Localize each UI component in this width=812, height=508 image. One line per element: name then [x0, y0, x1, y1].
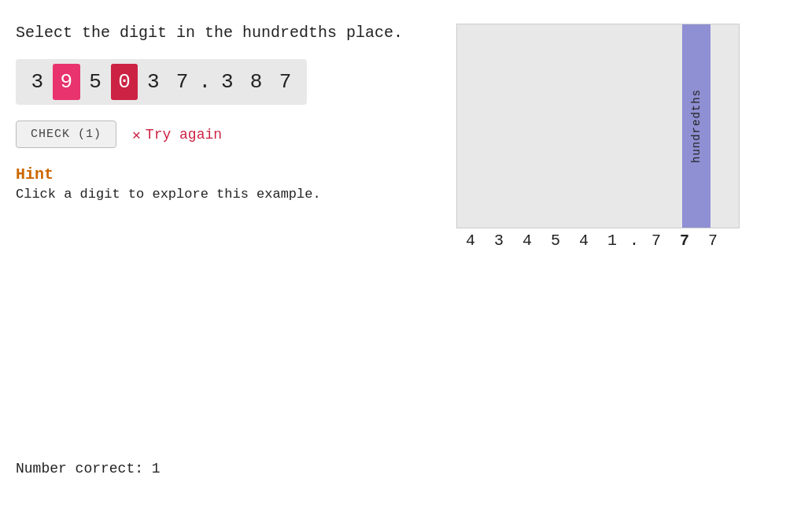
digit-cell-9[interactable]: 7: [271, 64, 299, 100]
hundredths-label: hundredths: [690, 89, 703, 163]
digit-cell-1[interactable]: 9: [53, 64, 80, 100]
check-button[interactable]: CHECK (1): [16, 121, 116, 148]
axis-cell-7: 7: [642, 232, 670, 250]
hint-label: Hint: [16, 165, 425, 184]
left-panel: Select the digit in the hundredths place…: [16, 24, 425, 250]
digit-axis-row: 434541.777: [456, 232, 740, 250]
digit-cell-8[interactable]: 8: [242, 64, 270, 100]
chart-container: hundredths: [456, 24, 740, 228]
chart-label-vertical: hundredths: [682, 24, 710, 228]
check-row: CHECK (1) ✕ Try again: [16, 121, 425, 148]
axis-cell-6: .: [626, 232, 642, 250]
digit-row: 395037.387: [16, 59, 307, 105]
hint-text: Click a digit to explore this example.: [16, 187, 425, 202]
axis-cell-3: 5: [541, 232, 570, 250]
digit-cell-2[interactable]: 5: [82, 64, 109, 100]
axis-cell-2: 4: [513, 232, 541, 250]
try-again-label[interactable]: Try again: [146, 127, 222, 143]
digit-cell-4[interactable]: 3: [139, 64, 167, 100]
axis-cell-0: 4: [456, 232, 485, 250]
axis-cell-8: 7: [670, 232, 699, 250]
axis-cell-9: 7: [699, 232, 727, 250]
axis-cell-4: 4: [570, 232, 598, 250]
hint-section: Hint Click a digit to explore this examp…: [16, 165, 425, 202]
try-again: ✕ Try again: [132, 126, 222, 143]
x-icon: ✕: [132, 126, 141, 143]
digit-cell-7[interactable]: 3: [213, 64, 241, 100]
axis-cell-1: 3: [485, 232, 513, 250]
digit-cell-6: .: [197, 64, 212, 100]
digit-cell-5[interactable]: 7: [168, 64, 196, 100]
right-panel: hundredths 434541.777: [456, 24, 796, 250]
number-correct: Number correct: 1: [16, 461, 161, 476]
axis-cell-5: 1: [598, 232, 626, 250]
digit-cell-0[interactable]: 3: [24, 64, 51, 100]
instruction: Select the digit in the hundredths place…: [16, 24, 425, 42]
digit-cell-3[interactable]: 0: [111, 64, 138, 100]
